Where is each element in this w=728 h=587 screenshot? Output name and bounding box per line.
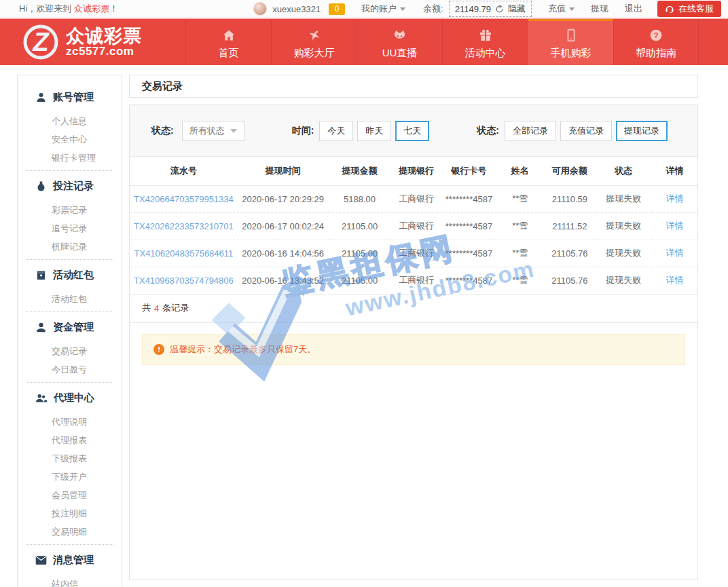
cell-status: 提现失败 [595, 212, 652, 240]
my-account-menu[interactable]: 我的账户 [361, 3, 405, 15]
col-header-bank: 提现银行 [391, 157, 442, 185]
lottery-hall-icon [308, 27, 321, 42]
sidebar-item-transaction-details[interactable]: 交易明细 [18, 523, 122, 541]
sidebar-item-security-center[interactable]: 安全中心 [18, 130, 122, 149]
nav-item-mobile-lottery[interactable]: 手机购彩 [528, 19, 613, 65]
sidebar-item-lottery-records[interactable]: 彩票记录 [18, 201, 122, 219]
logout-link[interactable]: 退出 [625, 3, 642, 15]
chevron-down-icon [400, 7, 405, 11]
sidebar-head-funds[interactable]: 资金管理 [18, 316, 122, 338]
online-service-label: 在线客服 [678, 3, 714, 15]
agents-icon [35, 392, 48, 404]
records-summary: 共 4 条记录 [130, 295, 697, 323]
site-logo[interactable]: Z 众诚彩票 zc5577.com [0, 19, 185, 65]
nav-item-help-guide[interactable]: ? 帮助指南 [613, 19, 699, 65]
sidebar-section-bet-records: 投注记录 彩票记录 追号记录 棋牌记录 [18, 175, 122, 256]
sidebar: 账号管理 个人信息 安全中心 银行卡管理 投注记录 彩票记录 追号记录 棋牌记录 [17, 75, 122, 587]
sidebar-item-bet-details[interactable]: 投注明细 [18, 504, 122, 523]
sidebar-item-transaction-records[interactable]: 交易记录 [18, 342, 122, 360]
cell-balance: 21111.52 [544, 212, 595, 240]
nav-item-label: 活动中心 [465, 47, 506, 60]
cell-bank: 工商银行 [391, 185, 442, 212]
sidebar-item-personal-info[interactable]: 个人信息 [18, 112, 122, 130]
svg-text:?: ? [653, 31, 658, 39]
sidebar-item-activity-red-envelope[interactable]: 活动红包 [18, 290, 122, 308]
cell-card: ********4587 [442, 240, 496, 267]
nav-item-label: 首页 [219, 47, 239, 60]
cell-card: ********4587 [442, 212, 496, 240]
main-navbar: Z 众诚彩票 zc5577.com 首页 [0, 19, 728, 65]
bet-record-icon [35, 181, 47, 192]
balance-label: 余额: [423, 3, 443, 15]
divider [26, 382, 113, 383]
status-select[interactable]: 所有状态 [182, 121, 244, 141]
recharge-menu[interactable]: 充值 [548, 3, 575, 15]
logo-domain: zc5577.com [66, 45, 142, 58]
sidebar-head-red-envelope[interactable]: 活动红包 [18, 264, 122, 286]
detail-link[interactable]: 详情 [666, 248, 684, 258]
sidebar-item-bank-card[interactable]: 银行卡管理 [18, 149, 122, 167]
serial-link[interactable]: TX410620483575684611 [134, 248, 234, 259]
hide-balance-toggle[interactable]: 隐藏 [508, 3, 526, 15]
time-filter-label: 时间: [292, 125, 314, 137]
chevron-down-icon [230, 129, 237, 133]
sidebar-item-today-profit[interactable]: 今日盈亏 [18, 360, 122, 379]
cell-balance: 21105.76 [544, 240, 595, 267]
detail-link[interactable]: 详情 [666, 275, 684, 285]
page: Hi，欢迎来到 众诚彩票！ xuexue3321 0 我的账户 余额: 2114… [0, 0, 728, 587]
sidebar-item-board-records[interactable]: 棋牌记录 [18, 238, 122, 256]
summary-prefix: 共 [142, 302, 151, 314]
sidebar-item-site-mail[interactable]: 站内信 [18, 575, 122, 587]
nav-items: 首页 购彩大厅 UU直播 [185, 19, 699, 65]
table-row: TX420664703579951334 2020-06-17 20:29:29… [130, 185, 697, 212]
nav-item-uu-live[interactable]: UU直播 [357, 19, 442, 65]
online-service-button[interactable]: 在线客服 [657, 1, 721, 17]
sidebar-item-subordinate-report[interactable]: 下级报表 [18, 449, 122, 468]
serial-link[interactable]: TX420262233573210701 [134, 221, 234, 231]
sidebar-head-account[interactable]: 账号管理 [18, 86, 122, 108]
username[interactable]: xuexue3321 [272, 4, 321, 14]
cell-name: **雪 [496, 267, 544, 294]
sidebar-item-member-management[interactable]: 会员管理 [18, 486, 122, 504]
notice-text: 温馨提示：交易记录最多只保留7天。 [170, 343, 316, 356]
cell-card: ********4587 [442, 185, 496, 212]
cell-time: 2020-06-16 13:43:52 [238, 267, 329, 294]
sidebar-item-subordinate-account[interactable]: 下级开户 [18, 468, 122, 486]
sidebar-section-red-envelope: 活动红包 活动红包 [18, 264, 122, 308]
withdraw-link[interactable]: 提现 [591, 3, 608, 15]
type-filter-withdraw[interactable]: 提现记录 [616, 121, 668, 141]
sidebar-head-messages[interactable]: 消息管理 [18, 549, 122, 571]
warning-icon: ! [153, 344, 164, 355]
serial-link[interactable]: TX410968703574794806 [134, 276, 234, 286]
sidebar-item-chase-records[interactable]: 追号记录 [18, 219, 122, 238]
nav-item-activity-center[interactable]: 活动中心 [442, 19, 528, 65]
sidebar-item-agent-report[interactable]: 代理报表 [18, 431, 122, 449]
welcome-suffix: ！ [109, 3, 118, 14]
user-icon [35, 92, 47, 103]
type-filter-recharge[interactable]: 充值记录 [560, 121, 612, 141]
type-filter-all[interactable]: 全部记录 [505, 121, 556, 141]
sidebar-head-bet-records[interactable]: 投注记录 [18, 175, 122, 197]
sidebar-item-agent-description[interactable]: 代理说明 [18, 413, 122, 431]
summary-count: 4 [154, 303, 159, 314]
nav-item-home[interactable]: 首页 [185, 19, 271, 65]
sidebar-head-agent[interactable]: 代理中心 [18, 387, 122, 409]
time-filter-today[interactable]: 今天 [319, 121, 353, 141]
time-filter-seven-days[interactable]: 七天 [395, 121, 429, 141]
col-header-card: 银行卡号 [442, 157, 496, 185]
nav-item-lottery-hall[interactable]: 购彩大厅 [271, 19, 357, 65]
summary-suffix: 条记录 [162, 302, 189, 314]
col-header-detail: 详情 [652, 157, 697, 185]
detail-link[interactable]: 详情 [666, 221, 684, 231]
table-row: TX420262233573210701 2020-06-17 00:02:24… [130, 212, 697, 240]
cell-time: 2020-06-17 20:29:29 [238, 185, 329, 212]
serial-link[interactable]: TX420664703579951334 [134, 194, 234, 204]
refresh-icon[interactable] [495, 5, 504, 14]
sidebar-section-title: 账号管理 [53, 91, 94, 104]
detail-link[interactable]: 详情 [666, 193, 684, 204]
divider [26, 170, 113, 171]
cell-time: 2020-06-16 14:04:56 [238, 240, 329, 267]
user-avatar[interactable] [253, 2, 267, 16]
message-count-badge[interactable]: 0 [329, 3, 345, 15]
time-filter-yesterday[interactable]: 昨天 [357, 121, 391, 141]
